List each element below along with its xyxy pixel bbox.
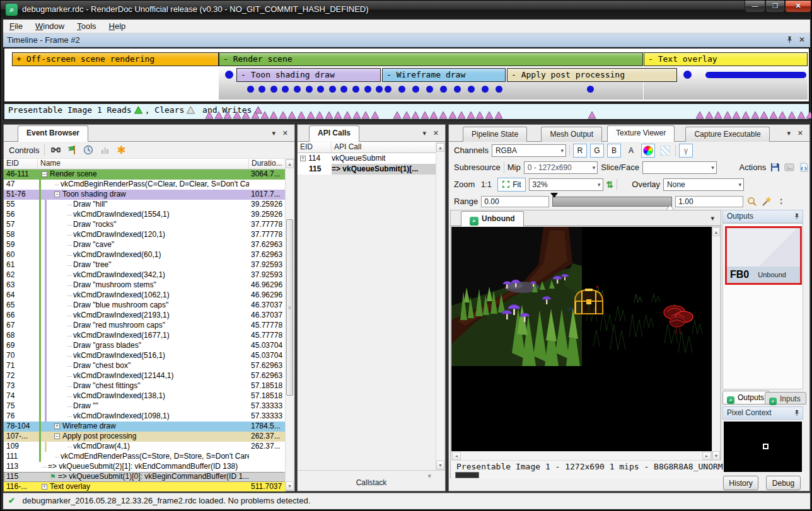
- gamma-button[interactable]: γ: [679, 144, 693, 158]
- menu-window[interactable]: Window: [29, 20, 71, 33]
- event-row[interactable]: 67····Draw "red mushroom caps"45.77778: [4, 321, 286, 331]
- scrollbar-thumb[interactable]: ≡: [286, 219, 293, 396]
- event-row[interactable]: 68····vkCmdDrawIndexed(1677,1)45.77778: [4, 331, 286, 341]
- api-call-row[interactable]: +114vkQueueSubmit: [298, 153, 436, 164]
- draw-event-dot[interactable]: [294, 86, 301, 93]
- panel-menu-icon[interactable]: ▾: [787, 129, 791, 137]
- pixel-context-view[interactable]: [724, 422, 802, 472]
- draw-event-dot[interactable]: [468, 86, 475, 93]
- event-row[interactable]: 74····vkCmdDrawIndexed(138,1)57.18518: [4, 391, 286, 401]
- event-row[interactable]: 57····Draw "rocks"37.77778: [4, 220, 286, 230]
- event-row[interactable]: 62····vkCmdDrawIndexed(342,1)37.92593: [4, 270, 286, 280]
- event-browser-scrollbar[interactable]: ▲ ▼ ≡: [285, 159, 294, 491]
- red-channel-button[interactable]: R: [573, 144, 587, 158]
- panel-menu-icon[interactable]: ▾: [422, 129, 426, 137]
- draw-event-dot[interactable]: [317, 86, 324, 93]
- pin-icon[interactable]: [787, 36, 792, 44]
- close-button[interactable]: ✕: [785, 1, 811, 13]
- minimize-button[interactable]: —: [745, 1, 765, 13]
- draw-event-dot[interactable]: [398, 86, 405, 93]
- pin-icon[interactable]: [794, 410, 799, 417]
- draw-event-dot[interactable]: [454, 86, 461, 93]
- zoom-1-1-button[interactable]: 1:1: [478, 178, 494, 192]
- draw-event-dot[interactable]: [496, 86, 502, 93]
- flip-y-icon[interactable]: ⇅: [606, 180, 614, 190]
- event-row[interactable]: 46-111–Render scene3064.7...: [4, 169, 286, 180]
- event-row[interactable]: 71····Draw "chest box"57.62963: [4, 361, 286, 371]
- tab-mesh-output[interactable]: Mesh Output: [541, 127, 602, 142]
- menu-file[interactable]: File: [3, 20, 29, 33]
- column-eid[interactable]: EID: [298, 142, 332, 152]
- find-icon[interactable]: [50, 144, 61, 156]
- event-row[interactable]: 51-76–Toon shading draw1017.7...: [4, 190, 286, 200]
- fb0-thumbnail[interactable]: FB0 Unbound: [725, 226, 802, 285]
- tab-event-browser[interactable]: Event Browser: [18, 125, 88, 142]
- draw-event-dot[interactable]: [376, 86, 383, 93]
- panel-close-icon[interactable]: ✕: [798, 129, 803, 137]
- event-row[interactable]: 56····vkCmdDrawIndexed(1554,1)39.25926: [4, 210, 286, 220]
- maximize-button[interactable]: ❐: [765, 1, 785, 13]
- timeline-bar[interactable]: - Toon shading draw: [236, 68, 381, 82]
- autofit-wand-icon[interactable]: [761, 196, 772, 207]
- spinner-down-icon[interactable]: ▼: [779, 202, 783, 205]
- draw-event-dot[interactable]: [352, 86, 359, 93]
- custom-action-asterisk-icon[interactable]: ✱: [115, 144, 127, 156]
- collapse-icon[interactable]: –: [54, 433, 60, 439]
- title-bar[interactable]: ⌕ debugmarker.rdc - RenderDoc Unofficial…: [1, 1, 812, 20]
- event-row[interactable]: 75····Draw ""57.33333: [4, 401, 286, 411]
- draw-event-dot[interactable]: [412, 86, 419, 93]
- event-row[interactable]: 58····vkCmdDrawIndexed(120,1)37.77778: [4, 230, 286, 240]
- collapse-icon[interactable]: –: [54, 192, 60, 197]
- collapse-icon[interactable]: –: [42, 171, 47, 177]
- draw-event-dot[interactable]: [440, 86, 447, 93]
- range-min-handle[interactable]: [550, 193, 558, 198]
- texture-vertical-scrollbar[interactable]: ▲ ▼: [712, 227, 721, 461]
- tab-texture-viewer[interactable]: Texture Viewer: [607, 125, 675, 142]
- slice-face-select[interactable]: [642, 161, 717, 174]
- tab-inputs[interactable]: ⌕Inputs: [765, 392, 806, 405]
- fit-button[interactable]: Fit: [497, 178, 525, 192]
- event-row[interactable]: 76····vkCmdDrawIndexed(1098,1)57.33333: [4, 411, 286, 422]
- expand-icon[interactable]: +: [42, 484, 47, 490]
- event-row[interactable]: 55····Draw "hill"39.25926: [4, 200, 286, 210]
- scroll-up-icon[interactable]: ▲: [436, 143, 444, 152]
- tab-capture-executable[interactable]: Capture Executable: [685, 127, 769, 142]
- scroll-right-icon[interactable]: ►: [702, 452, 711, 460]
- panel-menu-icon[interactable]: ▾: [272, 129, 276, 137]
- time-draws-clock-icon[interactable]: [83, 144, 94, 156]
- event-row[interactable]: 116-...+Text overlay511.7037: [4, 482, 286, 491]
- tab-unbound-texture[interactable]: ⌕Unbound: [461, 211, 524, 226]
- range-max-input[interactable]: 1.00: [675, 196, 743, 207]
- alpha-checker-button[interactable]: [658, 144, 672, 158]
- scroll-up-icon[interactable]: ▲: [286, 159, 294, 168]
- column-api-call[interactable]: API Call: [332, 142, 436, 152]
- event-row[interactable]: 113····=> vkQueueSubmit(2)[1]: vkEndComm…: [4, 462, 286, 472]
- event-row[interactable]: 65····Draw "blue mushroom caps"46.37037: [4, 301, 286, 311]
- range-min-input[interactable]: 0.00: [481, 196, 549, 207]
- range-fine-spinner[interactable]: ▲ ▼: [779, 197, 783, 205]
- draw-event-dot[interactable]: [329, 86, 336, 93]
- event-row[interactable]: 59····Draw "cave"37.62963: [4, 240, 286, 250]
- texture-image-viewport[interactable]: [451, 227, 712, 451]
- green-channel-button[interactable]: G: [590, 144, 604, 158]
- event-row[interactable]: 111····vkCmdEndRenderPass(C=Store, D=Sto…: [4, 452, 286, 462]
- scroll-down-icon[interactable]: ▼: [286, 481, 294, 490]
- draw-event-dot[interactable]: [258, 86, 265, 93]
- event-browser-column-header[interactable]: EID Name Duratio...: [4, 159, 286, 169]
- tab-outputs[interactable]: ⌕Outputs: [722, 391, 770, 405]
- event-row[interactable]: 115⚑=> vkQueueSubmit(1)[0]: vkBeginComma…: [4, 472, 286, 482]
- column-eid[interactable]: EID: [4, 159, 38, 169]
- zoom-range-icon[interactable]: [746, 196, 758, 207]
- zoom-level-combo[interactable]: 32%: [529, 178, 603, 191]
- draw-event-dot[interactable]: [683, 71, 692, 79]
- api-calls-scrollbar[interactable]: ▲ ▼: [436, 142, 445, 470]
- event-row[interactable]: 107-...–Apply post processing262.37...: [4, 432, 286, 442]
- draw-event-dot[interactable]: [482, 86, 489, 93]
- close-icon[interactable]: ✕: [799, 36, 805, 43]
- channels-select[interactable]: RGBA: [492, 144, 566, 157]
- event-row[interactable]: 47····vkCmdBeginRenderPass(C=Clear, D=Cl…: [4, 180, 286, 190]
- scroll-up-icon[interactable]: ▲: [712, 227, 720, 236]
- expand-icon[interactable]: +: [300, 156, 306, 161]
- event-row[interactable]: 72····vkCmdDrawIndexed(12144,1)57.62963: [4, 371, 286, 381]
- draw-event-dot[interactable]: [306, 86, 313, 93]
